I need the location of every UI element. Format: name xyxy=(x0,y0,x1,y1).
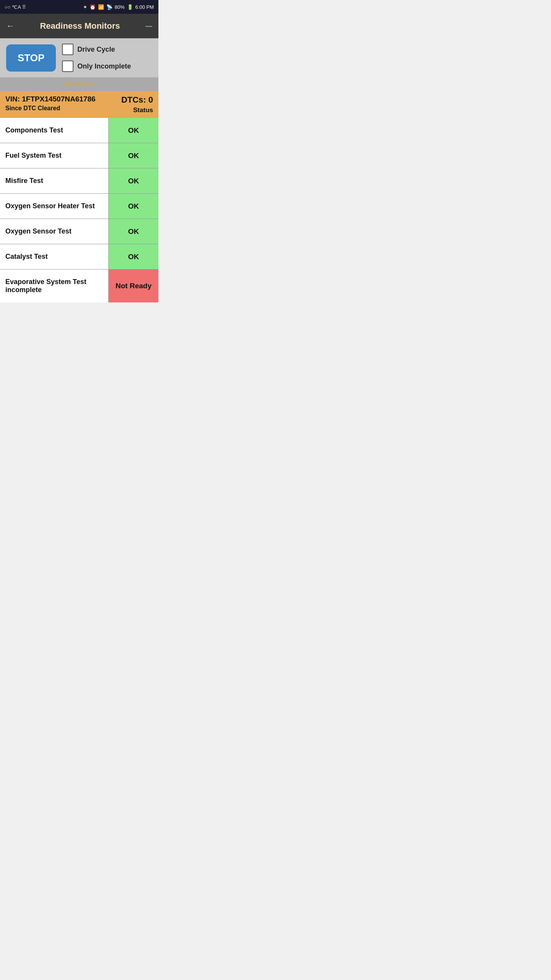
table-row: Catalyst TestOK xyxy=(0,244,158,270)
monitor-name-cell: Misfire Test xyxy=(0,168,109,193)
monitor-status-cell: OK xyxy=(109,143,158,168)
status-bar-right: ✶ ⏰ 📶 📡 80% 🔋 6:00 PM xyxy=(83,4,154,10)
table-row: Oxygen Sensor TestOK xyxy=(0,219,158,244)
time-display: 6:00 PM xyxy=(135,4,154,10)
monitor-name-cell: Evaporative System Test incomplete xyxy=(0,270,109,302)
drive-cycle-label: Drive Cycle xyxy=(77,46,115,54)
checkbox-group: Drive Cycle Only Incomplete xyxy=(62,44,131,72)
notification-icons: ○○ ℃A ⠿ xyxy=(5,4,26,10)
vin-info: VIN: 1FTPX14507NA61786 Since DTC Cleared xyxy=(5,95,96,112)
battery-icon: 🔋 xyxy=(127,4,133,10)
battery-percent: 80% xyxy=(115,4,125,10)
wifi-icon: 📶 xyxy=(98,4,104,10)
table-row: Components TestOK xyxy=(0,118,158,143)
dtcs-count: DTCs: 0 xyxy=(121,95,153,105)
monitor-status-cell: OK xyxy=(109,118,158,143)
controls-section: STOP Drive Cycle Only Incomplete xyxy=(0,38,158,77)
stop-button[interactable]: STOP xyxy=(6,44,56,72)
bluetooth-icon: ✶ xyxy=(83,4,87,10)
since-dtc-cleared: Since DTC Cleared xyxy=(5,105,96,112)
only-incomplete-label: Only Incomplete xyxy=(77,62,131,70)
vin-dtcs: DTCs: 0 Status xyxy=(121,95,153,114)
signal-icon: 📡 xyxy=(106,4,112,10)
page-title: Readiness Monitors xyxy=(15,21,145,31)
monitor-status-cell: OK xyxy=(109,219,158,244)
back-button[interactable]: ← xyxy=(6,21,15,31)
table-row: Misfire TestOK xyxy=(0,168,158,194)
table-row: Oxygen Sensor Heater TestOK xyxy=(0,194,158,219)
status-bar-left: ○○ ℃A ⠿ xyxy=(5,4,26,10)
alarm-icon: ⏰ xyxy=(90,4,96,10)
table-row: Fuel System TestOK xyxy=(0,143,158,168)
monitor-status-cell: OK xyxy=(109,244,158,269)
app-header: ← Readiness Monitors — xyxy=(0,14,158,38)
monitor-status-cell: OK xyxy=(109,168,158,193)
only-incomplete-checkbox[interactable] xyxy=(62,60,73,72)
monitor-name-cell: Oxygen Sensor Heater Test xyxy=(0,194,109,219)
table-row: Evaporative System Test incompleteNot Re… xyxy=(0,270,158,302)
drive-cycle-checkbox[interactable] xyxy=(62,44,73,55)
bottom-space xyxy=(0,302,158,314)
monitor-status-cell: Not Ready xyxy=(109,270,158,302)
drive-cycle-row[interactable]: Drive Cycle xyxy=(62,44,131,55)
monitor-status-cell: OK xyxy=(109,194,158,219)
only-incomplete-row[interactable]: Only Incomplete xyxy=(62,60,131,72)
monitor-table: Components TestOKFuel System TestOKMisfi… xyxy=(0,118,158,302)
monitoring-banner: Monitoring xyxy=(0,77,158,91)
status-column-label: Status xyxy=(121,106,153,114)
monitor-name-cell: Fuel System Test xyxy=(0,143,109,168)
menu-button[interactable]: — xyxy=(145,22,152,30)
vin-section: VIN: 1FTPX14507NA61786 Since DTC Cleared… xyxy=(0,91,158,118)
status-bar: ○○ ℃A ⠿ ✶ ⏰ 📶 📡 80% 🔋 6:00 PM xyxy=(0,0,158,14)
monitor-name-cell: Components Test xyxy=(0,118,109,143)
monitor-name-cell: Oxygen Sensor Test xyxy=(0,219,109,244)
monitor-name-cell: Catalyst Test xyxy=(0,244,109,269)
vin-number: VIN: 1FTPX14507NA61786 xyxy=(5,95,96,103)
